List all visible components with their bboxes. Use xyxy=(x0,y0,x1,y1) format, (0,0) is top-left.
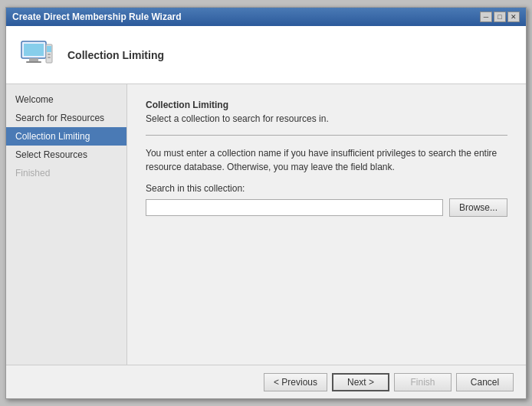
svg-rect-1 xyxy=(24,44,44,56)
close-button[interactable]: ✕ xyxy=(507,11,520,22)
title-bar-buttons: ─ □ ✕ xyxy=(480,11,520,22)
window-title: Create Direct Membership Rule Wizard xyxy=(12,11,182,22)
previous-button[interactable]: < Previous xyxy=(264,373,327,391)
svg-rect-2 xyxy=(29,58,38,61)
search-input[interactable] xyxy=(146,199,443,216)
content-area: Welcome Search for Resources Collection … xyxy=(6,84,526,365)
section-title: Collection Limiting xyxy=(146,100,507,110)
title-bar: Create Direct Membership Rule Wizard ─ □… xyxy=(6,8,526,26)
header-title: Collection Limiting xyxy=(67,49,164,61)
info-text: You must enter a collection name if you … xyxy=(146,146,507,174)
sidebar-item-finished: Finished xyxy=(6,164,126,182)
search-label: Search in this collection: xyxy=(146,183,507,194)
sidebar-item-select-resources[interactable]: Select Resources xyxy=(6,146,126,164)
sidebar-item-collection-limiting[interactable]: Collection Limiting xyxy=(6,127,126,146)
footer: < Previous Next > Finish Cancel xyxy=(6,365,526,398)
sidebar: Welcome Search for Resources Collection … xyxy=(6,84,127,365)
maximize-button[interactable]: □ xyxy=(494,11,506,22)
svg-rect-3 xyxy=(26,61,41,63)
wizard-icon xyxy=(18,37,55,74)
svg-rect-6 xyxy=(48,54,51,55)
finish-button: Finish xyxy=(394,373,452,391)
browse-button[interactable]: Browse... xyxy=(449,198,507,217)
svg-rect-5 xyxy=(47,46,51,52)
section-header: Collection Limiting Select a collection … xyxy=(146,100,507,124)
cancel-button[interactable]: Cancel xyxy=(456,373,514,391)
svg-rect-7 xyxy=(48,57,51,58)
next-button[interactable]: Next > xyxy=(332,373,389,391)
minimize-button[interactable]: ─ xyxy=(480,11,492,22)
section-subtitle: Select a collection to search for resour… xyxy=(146,113,507,124)
sidebar-item-search-resources[interactable]: Search for Resources xyxy=(6,109,126,127)
divider xyxy=(146,135,507,136)
sidebar-item-welcome[interactable]: Welcome xyxy=(6,90,126,109)
wizard-window: Create Direct Membership Rule Wizard ─ □… xyxy=(5,7,527,399)
search-row: Browse... xyxy=(146,198,507,217)
header-area: Collection Limiting xyxy=(6,26,526,84)
main-content: Collection Limiting Select a collection … xyxy=(127,84,526,365)
search-section: Search in this collection: Browse... xyxy=(146,183,507,217)
